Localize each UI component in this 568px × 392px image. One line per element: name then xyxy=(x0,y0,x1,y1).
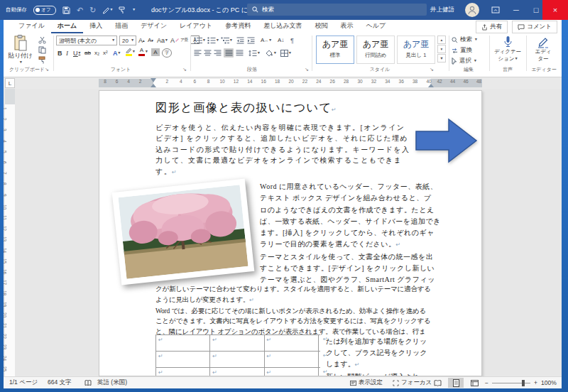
tab-mailings[interactable]: 差し込み文書 xyxy=(257,20,308,33)
replace-button[interactable]: 置換 xyxy=(452,46,472,55)
avatar[interactable] xyxy=(465,3,479,17)
doc-paragraph-3[interactable]: クが新しいテーマに合わせて変わります。スタイルを適用すると、新しいテーマに適合す… xyxy=(155,284,454,337)
font-size-select[interactable]: 20▾ xyxy=(119,36,136,45)
page-indicator[interactable]: 1/1 ページ xyxy=(9,377,38,388)
doc-heading[interactable]: 図形と画像と表の扱いについて↵ xyxy=(155,100,337,116)
word-count[interactable]: 664 文字 xyxy=(48,377,72,388)
table-cell[interactable]: ↵ xyxy=(265,352,319,367)
phonetic-guide-button[interactable]: ア亜 xyxy=(180,36,187,45)
clipboard-dialog-launcher[interactable]: ↘ xyxy=(45,67,49,72)
format-painter-icon[interactable] xyxy=(36,55,48,65)
show-marks-button[interactable]: ¶ xyxy=(290,36,294,45)
strikethrough-button[interactable]: ab xyxy=(84,48,91,58)
shrink-font-button[interactable]: A▾ xyxy=(148,36,153,45)
styles-scroll-up[interactable]: ▴ xyxy=(437,36,446,44)
user-name[interactable]: 井上健語 xyxy=(430,0,454,20)
hanging-indent-marker[interactable] xyxy=(151,84,156,87)
copy-icon[interactable] xyxy=(36,45,48,55)
borders-button[interactable]: ▾ xyxy=(280,48,291,58)
bullets-button[interactable]: ▾ xyxy=(194,36,205,45)
grow-font-button[interactable]: A▴ xyxy=(138,36,145,45)
table-cell[interactable]: ↵ xyxy=(265,368,319,376)
cut-icon[interactable] xyxy=(36,36,48,45)
find-button[interactable]: 検索▾ xyxy=(452,36,477,44)
read-mode-icon[interactable] xyxy=(430,378,445,388)
doc-paragraph-4[interactable]: たは列を追加する場所をクリッ クして、プラス記号をクリック します。↵ 新しい閲… xyxy=(326,336,447,376)
table-cell[interactable]: ↵ xyxy=(210,335,264,351)
web-layout-icon[interactable] xyxy=(466,378,482,388)
focus-button[interactable]: フォーカス xyxy=(393,377,432,388)
minimize-button[interactable]: ─ xyxy=(506,0,527,20)
shading-bucket-button[interactable]: ▾ xyxy=(265,48,276,58)
sort-button[interactable]: A↓ xyxy=(278,36,284,45)
paragraph-dialog-launcher[interactable]: ↘ xyxy=(305,67,309,72)
tab-references[interactable]: 参考資料 xyxy=(219,20,257,33)
decrease-indent-button[interactable] xyxy=(236,36,244,45)
character-shading-button[interactable]: A xyxy=(151,48,160,56)
close-button[interactable]: × xyxy=(542,0,568,20)
share-button[interactable]: 共有 xyxy=(476,21,508,33)
table-cell[interactable]: ↵ xyxy=(210,352,264,367)
table-cell[interactable]: ↵ xyxy=(156,368,210,376)
tab-home[interactable]: ホーム xyxy=(51,20,83,33)
justify-button[interactable] xyxy=(224,48,234,58)
proofing-icon[interactable] xyxy=(84,377,92,388)
autosave-toggle[interactable]: オフ xyxy=(33,6,56,15)
subscript-button[interactable]: x₂ xyxy=(94,48,99,58)
first-line-indent-marker[interactable] xyxy=(151,78,156,82)
undo-icon[interactable]: ↶ xyxy=(77,6,83,14)
zoom-in-button[interactable]: + xyxy=(534,377,537,388)
ribbon-display-options-icon[interactable] xyxy=(485,0,506,20)
zoom-slider-handle[interactable] xyxy=(522,380,525,386)
doc-paragraph-1[interactable]: ビデオを使うと、伝えたい内容を明確に表現できます。[オンライン ビデオ] をクリ… xyxy=(155,122,425,178)
document-page[interactable]: 図形と画像と表の扱いについて↵ ビデオを使うと、伝えたい内容を明確に表現できます… xyxy=(99,90,482,376)
numbering-button[interactable]: ▾ xyxy=(207,36,219,45)
cherry-blossom-photo[interactable] xyxy=(112,179,255,285)
tab-layout[interactable]: レイアウト xyxy=(173,20,219,33)
print-layout-icon[interactable] xyxy=(448,378,464,388)
tab-help[interactable]: ヘルプ xyxy=(360,20,393,33)
styles-scroll-down[interactable]: ▾ xyxy=(437,45,446,53)
align-right-button[interactable] xyxy=(214,48,222,58)
pen-icon[interactable]: ▾ xyxy=(102,6,112,14)
table-cell[interactable]: ↵ xyxy=(156,352,210,367)
superscript-button[interactable]: x² xyxy=(103,48,108,58)
distribute-button[interactable] xyxy=(236,48,244,58)
font-name-select[interactable]: 游明朝 (本文の▾ xyxy=(56,36,117,45)
display-settings-button[interactable]: 表示設定 xyxy=(350,377,383,388)
tab-view[interactable]: 表示 xyxy=(334,20,360,33)
search-input[interactable]: 検索 xyxy=(247,4,427,16)
multilevel-list-button[interactable]: ▾ xyxy=(221,36,232,45)
asian-layout-button[interactable]: A↔▾ xyxy=(261,36,271,45)
font-color-button[interactable]: A▾ xyxy=(138,47,148,56)
comments-button[interactable]: コメント xyxy=(512,21,557,33)
bold-button[interactable]: B xyxy=(58,48,62,58)
align-center-button[interactable] xyxy=(204,48,212,58)
style-normal[interactable]: あア亜標準 xyxy=(316,36,354,64)
style-heading1[interactable]: あア亜見出し 1 xyxy=(397,36,435,64)
style-no-spacing[interactable]: あア亜行間詰め xyxy=(356,36,395,64)
font-dialog-launcher[interactable]: ↘ xyxy=(182,67,187,72)
tab-insert[interactable]: 挿入 xyxy=(83,20,109,33)
language-indicator[interactable]: 英語 (米国) xyxy=(97,377,127,388)
format-painter-icon[interactable] xyxy=(119,6,126,14)
save-icon[interactable] xyxy=(62,6,70,14)
line-spacing-button[interactable]: ▾ xyxy=(248,48,260,58)
doc-paragraph-2[interactable]: Word に用意されているヘッダー、フッター、表紙、 テキスト ボックス デザイ… xyxy=(260,181,444,286)
align-left-button[interactable] xyxy=(194,48,202,58)
highlight-color-button[interactable]: ▾ xyxy=(126,47,135,56)
table-cell[interactable]: ↵ xyxy=(265,335,319,351)
zoom-out-button[interactable]: − xyxy=(485,377,488,388)
right-indent-marker[interactable] xyxy=(428,84,434,87)
select-button[interactable]: 選択▾ xyxy=(452,57,476,65)
paste-button[interactable]: 貼り付け▾ xyxy=(8,35,33,65)
styles-dialog-launcher[interactable]: ↘ xyxy=(430,67,434,72)
text-effects-button[interactable]: A▾ xyxy=(113,48,120,58)
table-cell[interactable]: ↵ xyxy=(210,368,264,376)
tab-draw[interactable]: 描画 xyxy=(109,20,134,33)
table-cell[interactable]: ↵ xyxy=(156,335,210,351)
tab-file[interactable]: ファイル xyxy=(12,20,51,33)
styles-more-button[interactable]: ▼ xyxy=(437,54,446,62)
tab-design[interactable]: デザイン xyxy=(134,20,173,33)
circle-character-button[interactable]: 字 xyxy=(162,48,172,58)
